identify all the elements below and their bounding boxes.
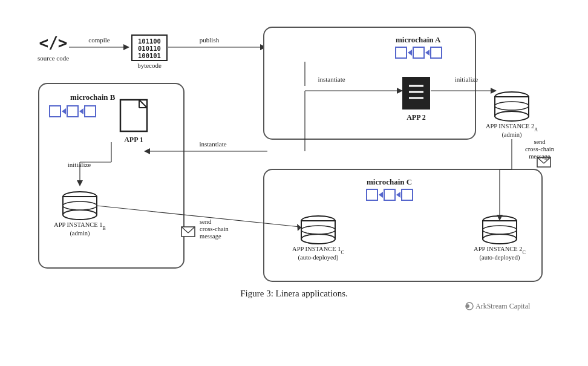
svg-text:101100: 101100 xyxy=(138,38,161,45)
app-instance-2c-admin: (auto-deployed) xyxy=(479,254,520,261)
svg-point-78 xyxy=(483,226,517,234)
svg-rect-63 xyxy=(384,189,395,200)
bytecode-label-1: bytecode xyxy=(137,62,162,69)
send-message-label-b: send xyxy=(200,218,212,225)
app-instance-1b-admin: (admin) xyxy=(70,230,90,237)
app-instance-2a-admin: (admin) xyxy=(501,131,522,139)
svg-point-57 xyxy=(63,210,97,220)
svg-rect-19 xyxy=(431,47,442,58)
svg-point-34 xyxy=(495,102,529,110)
svg-point-77 xyxy=(483,234,517,244)
svg-text:010110: 010110 xyxy=(138,45,161,52)
svg-text:message: message xyxy=(529,153,550,160)
svg-rect-37 xyxy=(50,106,60,117)
source-code-label: source code xyxy=(38,54,69,62)
svg-point-58 xyxy=(63,201,97,210)
publish-label: publish xyxy=(200,36,220,44)
microchain-c-title: microchain C xyxy=(367,177,412,186)
diagram-container: </> source code compile 101100 010110 10… xyxy=(18,12,570,327)
app1-label: APP 1 xyxy=(124,136,143,144)
svg-rect-14 xyxy=(264,27,475,139)
svg-text:100101: 100101 xyxy=(138,52,161,59)
svg-rect-39 xyxy=(67,106,78,117)
instantiate-label-b: instantiate xyxy=(199,140,226,148)
main-diagram: </> source code compile 101100 010110 10… xyxy=(22,12,566,327)
svg-text:message: message xyxy=(200,233,221,240)
svg-rect-61 xyxy=(367,189,377,200)
figure-caption: Figure 3: Linera applications. xyxy=(240,289,347,298)
app-instance-1c-admin: (auto-deployed) xyxy=(298,254,339,261)
brand-label: ArkStream Capital xyxy=(475,302,531,310)
page: </> source code compile 101100 010110 10… xyxy=(0,0,588,366)
initialize-label-a: initialize xyxy=(455,76,479,83)
svg-text:</>: </> xyxy=(39,34,68,52)
svg-rect-41 xyxy=(85,106,96,117)
svg-text:cross-chain: cross-chain xyxy=(200,226,229,232)
svg-point-70 xyxy=(301,234,335,244)
svg-point-71 xyxy=(301,226,335,234)
svg-rect-65 xyxy=(402,189,413,200)
instantiate-label-a: instantiate xyxy=(318,76,345,83)
app2-label: APP 2 xyxy=(407,113,426,122)
svg-point-98 xyxy=(466,304,469,308)
svg-text:cross-chain: cross-chain xyxy=(525,146,555,152)
microchain-a-title: microchain A xyxy=(396,35,441,44)
svg-point-33 xyxy=(495,111,529,121)
compile-label: compile xyxy=(88,36,110,44)
svg-rect-17 xyxy=(413,47,424,58)
microchain-b-title: microchain B xyxy=(70,93,116,102)
svg-rect-23 xyxy=(403,77,430,109)
svg-text:send: send xyxy=(534,139,546,145)
svg-rect-15 xyxy=(396,47,407,58)
